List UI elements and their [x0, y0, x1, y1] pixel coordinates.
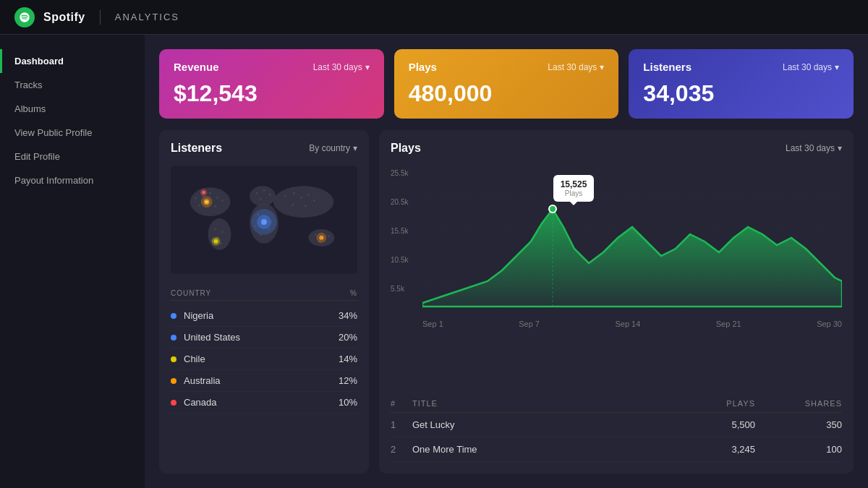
country-table: COUNTRY % Nigeria 34% United States 20% …	[171, 286, 357, 462]
revenue-period[interactable]: Last 30 days ▾	[313, 62, 370, 72]
svg-point-2	[208, 218, 231, 250]
listeners-panel-title: Listeners	[171, 142, 222, 155]
x-label-sep7: Sep 7	[519, 320, 540, 328]
x-axis-labels: Sep 1 Sep 7 Sep 14 Sep 21 Sep 30	[422, 317, 842, 331]
sidebar-item-edit-profile[interactable]: Edit Profile	[0, 145, 145, 168]
svg-point-23	[260, 198, 262, 200]
svg-point-16	[221, 231, 224, 233]
plays-panel-header: Plays Last 30 days ▾	[391, 142, 842, 155]
country-dot	[171, 313, 176, 319]
svg-point-18	[220, 242, 222, 244]
svg-point-53	[202, 191, 205, 194]
svg-point-13	[221, 200, 224, 202]
sidebar-item-payout-information[interactable]: Payout Information	[0, 168, 145, 192]
svg-point-20	[256, 192, 258, 194]
sidebar-item-view-public-profile[interactable]: View Public Profile	[0, 121, 145, 145]
track-shares: 350	[770, 419, 842, 430]
listeners-period-chevron: ▾	[835, 62, 839, 72]
country-table-header: COUNTRY %	[171, 286, 357, 301]
svg-point-38	[315, 234, 317, 236]
y-label-3: 15.5k	[391, 227, 420, 235]
svg-point-14	[195, 197, 197, 200]
y-label-1: 5.5k	[391, 285, 420, 293]
country-dot	[171, 335, 176, 341]
country-name: Nigeria	[184, 310, 339, 321]
y-label-4: 20.5k	[391, 198, 420, 206]
app-name: ANALYTICS	[115, 12, 179, 22]
svg-point-31	[284, 195, 286, 197]
col-header-num: #	[391, 399, 412, 408]
svg-point-47	[205, 200, 208, 203]
x-label-sep21: Sep 21	[716, 320, 741, 328]
country-col-header: COUNTRY	[171, 289, 211, 297]
svg-point-15	[214, 228, 216, 230]
listeners-title: Listeners	[643, 61, 692, 73]
revenue-card: Revenue Last 30 days ▾ $12,543	[159, 49, 384, 119]
listeners-card: Listeners Last 30 days ▾ 34,035	[629, 49, 854, 119]
revenue-title: Revenue	[174, 61, 219, 73]
tracks-table: # TITLE PLAYS SHARES 1 Get Lucky 5,500 3…	[391, 395, 842, 462]
country-pct: 34%	[339, 310, 357, 321]
pct-col-header: %	[350, 289, 357, 297]
plays-value: 480,000	[409, 80, 605, 107]
country-name: Chile	[184, 354, 339, 364]
svg-point-8	[209, 192, 211, 194]
listeners-panel: Listeners By country ▾	[159, 130, 369, 474]
world-map	[171, 162, 357, 278]
col-header-shares: SHARES	[770, 399, 842, 408]
listeners-panel-header: Listeners By country ▾	[171, 142, 357, 155]
svg-point-32	[293, 192, 295, 194]
country-pct: 10%	[339, 397, 357, 408]
stat-cards-row: Revenue Last 30 days ▾ $12,543 Plays Las…	[159, 49, 854, 119]
svg-point-40	[328, 235, 330, 237]
country-rows-container: Nigeria 34% United States 20% Chile 14% …	[171, 305, 357, 414]
country-row: Chile 14%	[171, 348, 357, 370]
svg-point-9	[216, 197, 218, 199]
country-pct: 12%	[339, 375, 357, 386]
country-row: Canada 10%	[171, 392, 357, 414]
bottom-panels: Listeners By country ▾	[159, 130, 854, 474]
y-label-5: 25.5k	[391, 169, 420, 177]
country-pct: 14%	[339, 354, 357, 364]
plays-title: Plays	[409, 61, 437, 73]
sidebar-item-tracks[interactable]: Tracks	[0, 73, 145, 97]
sidebar-item-dashboard[interactable]: Dashboard	[0, 49, 145, 73]
svg-point-36	[292, 204, 294, 206]
table-row: 2 One More Time 3,245 100	[391, 437, 842, 462]
sidebar: Dashboard Tracks Albums View Public Prof…	[0, 35, 145, 488]
svg-point-22	[268, 194, 271, 196]
svg-point-51	[319, 236, 323, 240]
listeners-value: 34,035	[643, 80, 839, 107]
svg-point-34	[307, 194, 310, 196]
country-name: United States	[184, 332, 339, 343]
plays-chart-area: 25.5k 20.5k 15.5k 10.5k 5.5k	[391, 169, 842, 389]
revenue-value: $12,543	[174, 80, 370, 107]
revenue-period-chevron: ▾	[365, 62, 370, 72]
svg-point-37	[305, 205, 307, 207]
filter-chevron-icon: ▾	[353, 143, 357, 153]
svg-point-3	[250, 186, 276, 206]
svg-point-5	[273, 186, 333, 218]
track-shares: 100	[770, 444, 842, 455]
table-row: 1 Get Lucky 5,500 350	[391, 413, 842, 437]
country-dot	[171, 356, 176, 362]
track-num: 2	[391, 444, 412, 455]
top-bar: Spotify ANALYTICS	[0, 0, 868, 35]
spotify-wordmark: Spotify	[43, 11, 85, 24]
y-axis-labels: 25.5k 20.5k 15.5k 10.5k 5.5k	[391, 169, 420, 314]
track-title: One More Time	[412, 444, 683, 455]
plays-period[interactable]: Last 30 days ▾	[548, 62, 604, 72]
country-pct: 20%	[339, 332, 357, 343]
plays-filter-dropdown[interactable]: Last 30 days ▾	[786, 143, 842, 153]
plays-chart-svg	[422, 169, 842, 314]
spotify-logo	[14, 7, 35, 27]
listeners-period[interactable]: Last 30 days ▾	[783, 62, 839, 72]
plays-filter-chevron-icon: ▾	[838, 143, 842, 153]
country-name: Australia	[184, 375, 339, 386]
listeners-filter-dropdown[interactable]: By country ▾	[309, 143, 357, 153]
main-layout: Dashboard Tracks Albums View Public Prof…	[0, 35, 868, 488]
track-title: Get Lucky	[412, 419, 683, 430]
x-label-sep14: Sep 14	[615, 320, 640, 328]
sidebar-item-albums[interactable]: Albums	[0, 97, 145, 121]
svg-point-11	[214, 205, 216, 207]
